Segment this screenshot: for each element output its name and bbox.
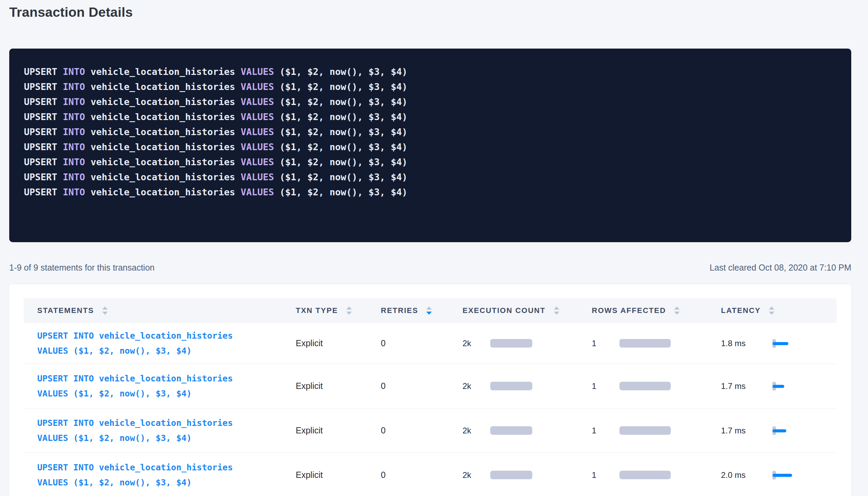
sort-desc-icon[interactable] xyxy=(426,312,432,315)
column-header-execution-count[interactable]: EXECUTION COUNT xyxy=(449,298,578,323)
retries-value: 0 xyxy=(381,381,386,391)
table-row: UPSERT INTO vehicle_location_historiesVA… xyxy=(24,408,837,453)
rows-affected-bar xyxy=(619,382,671,390)
statement-line-1: UPSERT INTO vehicle_location_histories xyxy=(37,328,233,343)
statements-count-text: 1-9 of 9 statements for this transaction xyxy=(9,263,155,273)
table-row: UPSERT INTO vehicle_location_historiesVA… xyxy=(24,323,837,364)
rows-affected-cell: 1 xyxy=(578,323,707,364)
sort-asc-icon[interactable] xyxy=(102,306,108,310)
latency-bar-chart xyxy=(772,469,803,481)
latency-bar xyxy=(773,342,788,345)
table-row: UPSERT INTO vehicle_location_historiesVA… xyxy=(24,364,837,408)
sort-desc-icon[interactable] xyxy=(554,312,559,315)
txn-type-value: Explicit xyxy=(296,338,323,348)
rows-affected-cell: 1 xyxy=(578,453,707,496)
txn-type-cell: Explicit xyxy=(282,453,367,496)
column-header-label: ROWS AFFECTED xyxy=(592,306,666,315)
column-header-label: STATEMENTS xyxy=(37,306,94,315)
retries-value: 0 xyxy=(381,470,386,480)
latency-cell: 1.7 ms xyxy=(707,408,837,453)
statement-cell: UPSERT INTO vehicle_location_historiesVA… xyxy=(24,408,282,453)
latency-bar-chart xyxy=(772,425,803,436)
retries-value: 0 xyxy=(381,338,386,348)
sql-statement-line: UPSERT INTO vehicle_location_histories V… xyxy=(24,170,838,185)
rows-affected-bar xyxy=(619,339,671,348)
statement-line-2: VALUES ($1, $2, now(), $3, $4) xyxy=(37,431,233,446)
latency-cell: 1.8 ms xyxy=(707,323,837,364)
table-row: UPSERT INTO vehicle_location_historiesVA… xyxy=(24,453,837,496)
statement-link[interactable]: UPSERT INTO vehicle_location_historiesVA… xyxy=(37,460,233,490)
statement-cell: UPSERT INTO vehicle_location_historiesVA… xyxy=(24,323,282,364)
sort-toggle[interactable] xyxy=(554,306,559,315)
latency-value: 2.0 ms xyxy=(721,470,759,480)
rows-affected-value: 1 xyxy=(592,426,608,435)
column-header-latency[interactable]: LATENCY xyxy=(707,298,837,323)
sort-toggle[interactable] xyxy=(426,306,432,315)
sql-statement-line: UPSERT INTO vehicle_location_histories V… xyxy=(24,64,838,79)
column-header-label: LATENCY xyxy=(721,306,761,315)
sort-asc-icon[interactable] xyxy=(346,306,352,310)
sort-asc-icon[interactable] xyxy=(554,306,559,310)
latency-cell: 2.0 ms xyxy=(707,453,837,496)
execution-count-cell: 2k xyxy=(449,453,578,496)
table-body: UPSERT INTO vehicle_location_historiesVA… xyxy=(24,323,837,496)
execution-count-value: 2k xyxy=(463,339,479,348)
sort-toggle[interactable] xyxy=(769,306,774,315)
statement-line-2: VALUES ($1, $2, now(), $3, $4) xyxy=(37,475,233,490)
statement-link[interactable]: UPSERT INTO vehicle_location_historiesVA… xyxy=(37,328,233,358)
txn-type-value: Explicit xyxy=(296,470,323,480)
sort-desc-icon[interactable] xyxy=(769,312,774,315)
last-cleared-text: Last cleared Oct 08, 2020 at 7:10 PM xyxy=(710,263,851,273)
latency-bar xyxy=(773,385,784,388)
sort-toggle[interactable] xyxy=(674,306,680,315)
sort-desc-icon[interactable] xyxy=(674,312,680,315)
rows-affected-value: 1 xyxy=(592,381,608,391)
execution-count-bar xyxy=(490,426,532,435)
page-title: Transaction Details xyxy=(9,5,133,20)
rows-affected-bar xyxy=(619,426,671,435)
statement-line-2: VALUES ($1, $2, now(), $3, $4) xyxy=(37,343,233,358)
retries-cell: 0 xyxy=(367,408,449,453)
execution-count-cell: 2k xyxy=(449,364,578,408)
column-header-retries[interactable]: RETRIES xyxy=(367,298,449,323)
execution-count-value: 2k xyxy=(463,470,479,480)
retries-cell: 0 xyxy=(367,453,449,496)
execution-count-value: 2k xyxy=(463,381,479,391)
column-header-label: TXN TYPE xyxy=(296,306,338,315)
execution-count-bar xyxy=(490,382,532,390)
sort-toggle[interactable] xyxy=(346,306,352,315)
latency-bar-chart xyxy=(772,338,803,349)
table-meta-row: 1-9 of 9 statements for this transaction… xyxy=(9,263,851,273)
statement-cell: UPSERT INTO vehicle_location_historiesVA… xyxy=(24,364,282,408)
statement-line-1: UPSERT INTO vehicle_location_histories xyxy=(37,416,233,431)
txn-type-value: Explicit xyxy=(296,426,323,435)
latency-bar-chart xyxy=(772,380,803,392)
sort-desc-icon[interactable] xyxy=(102,312,108,315)
sort-asc-icon[interactable] xyxy=(674,306,680,310)
sort-toggle[interactable] xyxy=(102,306,108,315)
sql-statement-line: UPSERT INTO vehicle_location_histories V… xyxy=(24,79,838,94)
statement-line-1: UPSERT INTO vehicle_location_histories xyxy=(37,460,233,475)
execution-count-cell: 2k xyxy=(449,323,578,364)
table-header-row: STATEMENTSTXN TYPERETRIESEXECUTION COUNT… xyxy=(24,298,837,323)
rows-affected-bar xyxy=(619,471,671,479)
rows-affected-cell: 1 xyxy=(578,364,707,408)
column-header-txn-type[interactable]: TXN TYPE xyxy=(282,298,367,323)
latency-cell: 1.7 ms xyxy=(707,364,837,408)
sql-statement-line: UPSERT INTO vehicle_location_histories V… xyxy=(24,109,838,125)
txn-type-value: Explicit xyxy=(296,381,323,391)
txn-type-cell: Explicit xyxy=(282,364,367,408)
sort-asc-icon[interactable] xyxy=(426,306,432,310)
statement-link[interactable]: UPSERT INTO vehicle_location_historiesVA… xyxy=(37,371,233,401)
rows-affected-value: 1 xyxy=(592,470,608,480)
latency-value: 1.8 ms xyxy=(721,339,759,348)
sort-asc-icon[interactable] xyxy=(769,306,774,310)
retries-cell: 0 xyxy=(367,364,449,408)
sql-statement-line: UPSERT INTO vehicle_location_histories V… xyxy=(24,94,838,109)
column-header-statements[interactable]: STATEMENTS xyxy=(24,298,282,323)
sql-statements-box: UPSERT INTO vehicle_location_histories V… xyxy=(9,49,851,242)
column-header-rows-affected[interactable]: ROWS AFFECTED xyxy=(578,298,707,323)
statement-link[interactable]: UPSERT INTO vehicle_location_historiesVA… xyxy=(37,416,233,446)
sort-desc-icon[interactable] xyxy=(346,312,352,315)
rows-affected-cell: 1 xyxy=(578,408,707,453)
